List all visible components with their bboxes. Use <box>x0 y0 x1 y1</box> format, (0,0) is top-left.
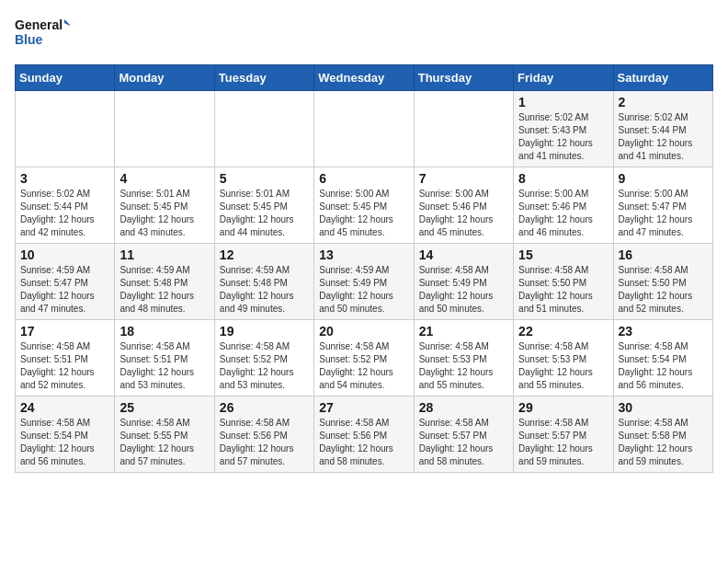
calendar-cell: 30Sunrise: 4:58 AM Sunset: 5:58 PM Dayli… <box>613 396 712 473</box>
calendar-cell: 4Sunrise: 5:01 AM Sunset: 5:45 PM Daylig… <box>115 167 214 244</box>
day-number: 5 <box>220 171 309 186</box>
day-number: 17 <box>20 324 109 339</box>
calendar-cell: 25Sunrise: 4:58 AM Sunset: 5:55 PM Dayli… <box>115 396 214 473</box>
day-number: 10 <box>20 247 109 262</box>
day-info: Sunrise: 4:58 AM Sunset: 5:53 PM Dayligh… <box>518 340 608 392</box>
calendar-cell <box>414 91 513 167</box>
calendar-cell <box>214 91 313 167</box>
day-number: 16 <box>619 247 708 262</box>
day-info: Sunrise: 4:59 AM Sunset: 5:48 PM Dayligh… <box>220 264 309 316</box>
calendar-cell: 11Sunrise: 4:59 AM Sunset: 5:48 PM Dayli… <box>115 244 214 320</box>
day-info: Sunrise: 4:58 AM Sunset: 5:50 PM Dayligh… <box>619 264 708 316</box>
calendar-cell: 3Sunrise: 5:02 AM Sunset: 5:44 PM Daylig… <box>16 167 115 244</box>
day-number: 28 <box>419 400 508 415</box>
calendar-cell: 13Sunrise: 4:59 AM Sunset: 5:49 PM Dayli… <box>314 244 414 320</box>
calendar-cell: 2Sunrise: 5:02 AM Sunset: 5:44 PM Daylig… <box>613 91 712 167</box>
day-number: 25 <box>119 400 209 415</box>
calendar-cell: 27Sunrise: 4:58 AM Sunset: 5:56 PM Dayli… <box>314 396 414 473</box>
weekday-header: Saturday <box>613 65 712 91</box>
day-info: Sunrise: 4:58 AM Sunset: 5:57 PM Dayligh… <box>518 417 608 468</box>
svg-text:Blue: Blue <box>15 32 43 47</box>
calendar-cell: 15Sunrise: 4:58 AM Sunset: 5:50 PM Dayli… <box>514 244 613 320</box>
calendar-week-row: 10Sunrise: 4:59 AM Sunset: 5:47 PM Dayli… <box>16 244 713 320</box>
calendar-cell: 6Sunrise: 5:00 AM Sunset: 5:45 PM Daylig… <box>314 167 414 244</box>
day-number: 12 <box>220 247 309 262</box>
calendar-cell: 16Sunrise: 4:58 AM Sunset: 5:50 PM Dayli… <box>613 244 712 320</box>
calendar-cell: 20Sunrise: 4:58 AM Sunset: 5:52 PM Dayli… <box>314 320 414 396</box>
calendar-cell: 5Sunrise: 5:01 AM Sunset: 5:45 PM Daylig… <box>214 167 313 244</box>
day-info: Sunrise: 4:59 AM Sunset: 5:47 PM Dayligh… <box>20 264 109 316</box>
day-info: Sunrise: 4:58 AM Sunset: 5:53 PM Dayligh… <box>419 340 508 392</box>
calendar-cell: 22Sunrise: 4:58 AM Sunset: 5:53 PM Dayli… <box>514 320 613 396</box>
day-number: 6 <box>319 171 408 186</box>
calendar-cell: 19Sunrise: 4:58 AM Sunset: 5:52 PM Dayli… <box>214 320 313 396</box>
day-number: 22 <box>518 324 608 339</box>
day-info: Sunrise: 4:58 AM Sunset: 5:54 PM Dayligh… <box>20 417 109 468</box>
day-number: 26 <box>220 400 309 415</box>
calendar-cell: 21Sunrise: 4:58 AM Sunset: 5:53 PM Dayli… <box>414 320 513 396</box>
day-info: Sunrise: 5:00 AM Sunset: 5:46 PM Dayligh… <box>518 188 608 239</box>
calendar-cell: 8Sunrise: 5:00 AM Sunset: 5:46 PM Daylig… <box>514 167 613 244</box>
calendar-week-row: 17Sunrise: 4:58 AM Sunset: 5:51 PM Dayli… <box>16 320 713 396</box>
calendar-cell: 18Sunrise: 4:58 AM Sunset: 5:51 PM Dayli… <box>115 320 214 396</box>
day-info: Sunrise: 4:58 AM Sunset: 5:56 PM Dayligh… <box>319 417 408 468</box>
day-number: 1 <box>518 95 608 109</box>
svg-marker-2 <box>64 19 70 27</box>
calendar-cell: 10Sunrise: 4:59 AM Sunset: 5:47 PM Dayli… <box>16 244 115 320</box>
day-number: 3 <box>20 171 109 186</box>
day-info: Sunrise: 4:59 AM Sunset: 5:49 PM Dayligh… <box>319 264 408 316</box>
day-number: 29 <box>518 400 608 415</box>
weekday-header: Thursday <box>414 65 513 91</box>
day-number: 8 <box>518 171 608 186</box>
svg-text:General: General <box>15 17 63 32</box>
day-info: Sunrise: 4:58 AM Sunset: 5:49 PM Dayligh… <box>419 264 508 316</box>
weekday-header: Friday <box>514 65 613 91</box>
calendar-cell: 9Sunrise: 5:00 AM Sunset: 5:47 PM Daylig… <box>613 167 712 244</box>
weekday-header: Tuesday <box>214 65 313 91</box>
day-number: 13 <box>319 247 408 262</box>
day-info: Sunrise: 4:58 AM Sunset: 5:50 PM Dayligh… <box>518 264 608 316</box>
day-info: Sunrise: 4:58 AM Sunset: 5:51 PM Dayligh… <box>20 340 109 392</box>
calendar-cell: 29Sunrise: 4:58 AM Sunset: 5:57 PM Dayli… <box>514 396 613 473</box>
day-number: 19 <box>220 324 309 339</box>
calendar-cell: 26Sunrise: 4:58 AM Sunset: 5:56 PM Dayli… <box>214 396 313 473</box>
calendar-cell: 17Sunrise: 4:58 AM Sunset: 5:51 PM Dayli… <box>16 320 115 396</box>
day-info: Sunrise: 4:58 AM Sunset: 5:57 PM Dayligh… <box>419 417 508 468</box>
day-number: 2 <box>619 95 708 109</box>
weekday-header: Wednesday <box>314 65 414 91</box>
day-info: Sunrise: 4:58 AM Sunset: 5:58 PM Dayligh… <box>619 417 708 468</box>
calendar-week-row: 24Sunrise: 4:58 AM Sunset: 5:54 PM Dayli… <box>16 396 713 473</box>
day-info: Sunrise: 5:01 AM Sunset: 5:45 PM Dayligh… <box>220 188 309 239</box>
weekday-header: Sunday <box>16 65 115 91</box>
day-info: Sunrise: 4:58 AM Sunset: 5:54 PM Dayligh… <box>619 340 708 392</box>
day-info: Sunrise: 5:02 AM Sunset: 5:44 PM Dayligh… <box>20 188 109 239</box>
calendar-cell: 12Sunrise: 4:59 AM Sunset: 5:48 PM Dayli… <box>214 244 313 320</box>
calendar-cell <box>314 91 414 167</box>
calendar-cell: 23Sunrise: 4:58 AM Sunset: 5:54 PM Dayli… <box>613 320 712 396</box>
day-info: Sunrise: 4:58 AM Sunset: 5:55 PM Dayligh… <box>119 417 209 468</box>
day-number: 7 <box>419 171 508 186</box>
calendar-cell: 14Sunrise: 4:58 AM Sunset: 5:49 PM Dayli… <box>414 244 513 320</box>
page-header: General Blue <box>15 15 713 53</box>
day-info: Sunrise: 5:01 AM Sunset: 5:45 PM Dayligh… <box>119 188 209 239</box>
day-info: Sunrise: 4:58 AM Sunset: 5:56 PM Dayligh… <box>220 417 309 468</box>
calendar-cell: 7Sunrise: 5:00 AM Sunset: 5:46 PM Daylig… <box>414 167 513 244</box>
logo: General Blue <box>15 15 70 53</box>
header-row: SundayMondayTuesdayWednesdayThursdayFrid… <box>16 65 713 91</box>
day-number: 9 <box>619 171 708 186</box>
day-info: Sunrise: 5:02 AM Sunset: 5:44 PM Dayligh… <box>619 111 708 163</box>
day-info: Sunrise: 4:58 AM Sunset: 5:52 PM Dayligh… <box>319 340 408 392</box>
calendar-cell <box>115 91 214 167</box>
day-number: 24 <box>20 400 109 415</box>
day-number: 23 <box>619 324 708 339</box>
calendar-table: SundayMondayTuesdayWednesdayThursdayFrid… <box>15 64 713 473</box>
weekday-header: Monday <box>115 65 214 91</box>
day-number: 20 <box>319 324 408 339</box>
day-number: 21 <box>419 324 508 339</box>
day-info: Sunrise: 4:58 AM Sunset: 5:51 PM Dayligh… <box>119 340 209 392</box>
day-info: Sunrise: 4:58 AM Sunset: 5:52 PM Dayligh… <box>220 340 309 392</box>
day-info: Sunrise: 5:02 AM Sunset: 5:43 PM Dayligh… <box>518 111 608 163</box>
day-number: 15 <box>518 247 608 262</box>
day-number: 11 <box>119 247 209 262</box>
calendar-cell <box>16 91 115 167</box>
